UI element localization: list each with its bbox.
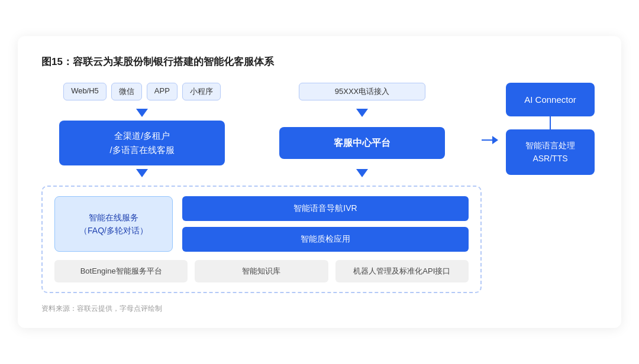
tag-app: APP xyxy=(147,83,178,100)
tag-miniapp: 小程序 xyxy=(182,83,221,100)
mid-blue-wrapper: 客服中心平台 xyxy=(243,127,482,159)
mid-top: 95XXX电话接入 xyxy=(243,83,482,105)
faq-box: 智能在线服务 （FAQ/多轮对话） xyxy=(54,196,173,252)
bottom-section: 智能在线服务 （FAQ/多轮对话） 智能语音导航IVR 智能质检应用 BotEn… xyxy=(41,186,482,293)
tag-web: Web/H5 xyxy=(63,83,106,100)
mid-arrow-down xyxy=(243,105,482,121)
h-arrow-connector xyxy=(482,83,498,144)
mid-blue-box: 客服中心平台 xyxy=(279,127,445,159)
left-arrow-down xyxy=(41,105,243,121)
h-arrow-line xyxy=(482,136,498,144)
arrow-down-left2 xyxy=(136,169,148,177)
gray-box-api: 机器人管理及标准化API接口 xyxy=(335,260,469,282)
blue-boxes-row: 全渠道/多租户 /多语言在线客服 客服中心平台 xyxy=(41,121,482,165)
channel-tags: Web/H5 微信 APP 小程序 xyxy=(63,83,221,100)
arrow-down-left xyxy=(136,109,148,117)
right-inner: 智能语音导航IVR 智能质检应用 xyxy=(182,196,469,252)
h-line xyxy=(482,139,492,141)
vertical-line xyxy=(550,116,551,129)
arrow-down-mid xyxy=(356,109,368,117)
left-arrow-down2 xyxy=(41,165,243,181)
ai-connector-box: AI Connector xyxy=(506,83,595,116)
bottom-dashed-area: 智能在线服务 （FAQ/多轮对话） 智能语音导航IVR 智能质检应用 BotEn… xyxy=(41,181,482,293)
arrows-row2 xyxy=(41,165,482,181)
gray-box-kb: 智能知识库 xyxy=(195,260,328,282)
bottom-bar: BotEngine智能服务平台 智能知识库 机器人管理及标准化API接口 xyxy=(54,260,469,282)
arrows-row xyxy=(41,105,482,121)
chart-title: 图15：容联云为某股份制银行搭建的智能化客服体系 xyxy=(41,55,598,69)
top-row: Web/H5 微信 APP 小程序 95XXX电话接入 xyxy=(41,83,482,105)
phone-tag: 95XXX电话接入 xyxy=(299,83,425,100)
left-top: Web/H5 微信 APP 小程序 xyxy=(41,83,243,105)
main-card: 图15：容联云为某股份制银行搭建的智能化客服体系 Web/H5 微信 APP 小… xyxy=(18,36,621,328)
gray-box-bot: BotEngine智能服务平台 xyxy=(54,260,188,282)
left-mid-section: Web/H5 微信 APP 小程序 95XXX电话接入 xyxy=(41,83,482,293)
footer-note: 资料来源：容联云提供，字母点评绘制 xyxy=(41,304,598,314)
ivr-box: 智能语音导航IVR xyxy=(182,196,469,221)
col-right: AI Connector 智能语言处理 ASR/TTS xyxy=(503,83,598,175)
h-arrowhead xyxy=(492,136,498,144)
arrow-down-mid2 xyxy=(356,169,368,177)
diagram: Web/H5 微信 APP 小程序 95XXX电话接入 xyxy=(41,83,598,293)
tag-wechat: 微信 xyxy=(111,83,142,100)
bottom-inner: 智能在线服务 （FAQ/多轮对话） 智能语音导航IVR 智能质检应用 xyxy=(54,196,469,252)
left-blue-box: 全渠道/多租户 /多语言在线客服 xyxy=(59,121,225,165)
qc-box: 智能质检应用 xyxy=(182,227,469,252)
ai-sub-box: 智能语言处理 ASR/TTS xyxy=(506,129,595,175)
mid-arrow-down2 xyxy=(243,165,482,181)
left-blue-wrapper: 全渠道/多租户 /多语言在线客服 xyxy=(41,121,243,165)
